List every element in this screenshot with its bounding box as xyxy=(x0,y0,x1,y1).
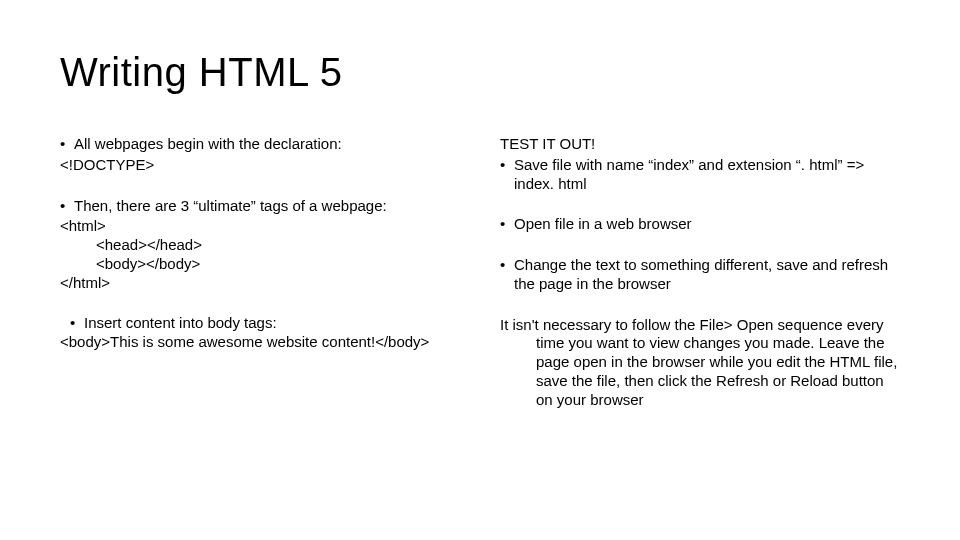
bullet-dot-icon: • xyxy=(60,135,74,154)
doctype-line: <!DOCTYPE> xyxy=(60,156,460,175)
right-heading: TEST IT OUT! xyxy=(500,135,900,154)
left-block-3: • Insert content into body tags: <body>T… xyxy=(60,314,460,352)
bullet-dot-icon: • xyxy=(500,256,514,275)
right-block-4: It isn't necessary to follow the File> O… xyxy=(500,316,900,410)
content-columns: • All webpages begin with the declaratio… xyxy=(60,135,900,431)
bullet-dot-icon: • xyxy=(500,156,514,175)
right-bullet-2: Open file in a web browser xyxy=(514,215,692,234)
right-block-3: • Change the text to something different… xyxy=(500,256,900,294)
left-bullet-1: All webpages begin with the declaration: xyxy=(74,135,342,154)
code-line-3: <body></body> xyxy=(96,255,460,274)
right-block-1: TEST IT OUT! • Save file with name “inde… xyxy=(500,135,900,193)
right-bullet-3: Change the text to something different, … xyxy=(514,256,900,294)
left-bullet-3: Insert content into body tags: xyxy=(84,314,277,333)
left-column: • All webpages begin with the declaratio… xyxy=(60,135,460,431)
left-block-1: • All webpages begin with the declaratio… xyxy=(60,135,460,175)
bullet-dot-icon: • xyxy=(60,197,74,216)
code-body-line: <body>This is some awesome website conte… xyxy=(60,333,460,352)
code-line-2: <head></head> xyxy=(96,236,460,255)
code-line-4: </html> xyxy=(60,274,460,293)
left-block-2: • Then, there are 3 “ultimate” tags of a… xyxy=(60,197,460,293)
code-line-1: <html> xyxy=(60,217,460,236)
page-title: Writing HTML 5 xyxy=(60,50,900,95)
bullet-dot-icon: • xyxy=(70,314,84,333)
bullet-dot-icon: • xyxy=(500,215,514,234)
right-bullet-1: Save file with name “index” and extensio… xyxy=(514,156,900,194)
right-column: TEST IT OUT! • Save file with name “inde… xyxy=(500,135,900,431)
left-bullet-2: Then, there are 3 “ultimate” tags of a w… xyxy=(74,197,387,216)
right-paragraph: It isn't necessary to follow the File> O… xyxy=(500,316,900,410)
right-block-2: • Open file in a web browser xyxy=(500,215,900,234)
